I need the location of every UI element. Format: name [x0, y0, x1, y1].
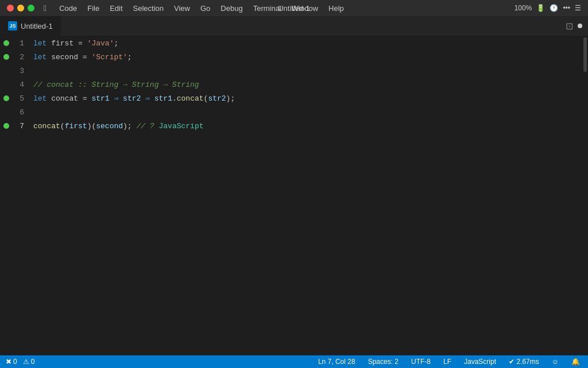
token-arrow: ⇒: [141, 94, 154, 103]
token-kw: let: [33, 53, 47, 62]
scrollbar[interactable]: [582, 36, 588, 355]
token-param: str2: [208, 94, 226, 103]
token-comment: // concat :: String → String → String: [33, 80, 199, 89]
breakpoint[interactable]: [3, 54, 9, 60]
menu-debug[interactable]: Debug: [216, 3, 247, 14]
token-param: first: [65, 122, 87, 131]
tab-actions: ⊡: [566, 21, 588, 32]
indentation[interactable]: Spaces: 2: [366, 358, 401, 366]
menu-help[interactable]: Help: [324, 3, 349, 14]
scrollbar-thumb: [583, 37, 587, 72]
line-number: 4: [13, 80, 24, 89]
feedback-icon[interactable]: ☺: [550, 358, 561, 366]
token-punct: (: [60, 122, 65, 131]
editor-tab[interactable]: JS Untitled-1: [0, 16, 61, 36]
minimize-button[interactable]: [17, 5, 24, 12]
gutter-line: 5: [0, 91, 29, 105]
token-punct: );: [123, 122, 136, 131]
token-punct: );: [226, 94, 235, 103]
code-line: let second = 'Script';: [29, 50, 582, 64]
editor: 1234567 let first = 'Java';let second = …: [0, 36, 588, 355]
menu-code[interactable]: Code: [55, 3, 82, 14]
split-editor-icon[interactable]: ⊡: [566, 21, 573, 32]
tab-language-icon: JS: [8, 21, 17, 30]
token-str: 'Script': [91, 53, 127, 62]
error-badge[interactable]: ✖ 0: [6, 358, 17, 366]
token-punct: (: [204, 94, 208, 103]
traffic-lights: [7, 5, 34, 12]
tabbar: JS Untitled-1 ⊡: [0, 16, 588, 36]
cursor-position[interactable]: Ln 7, Col 28: [316, 358, 358, 366]
token-punct: ;: [114, 39, 118, 48]
token-punct: first =: [47, 39, 87, 48]
token-comment: // ?: [136, 122, 158, 131]
statusbar: ✖ 0 ⚠ 0 Ln 7, Col 28 Spaces: 2 UTF-8 LF …: [0, 355, 588, 368]
line-number: 7: [13, 122, 24, 131]
line-number: 2: [13, 53, 24, 62]
timing: ✔ 2.67ms: [506, 358, 541, 366]
menu-view[interactable]: View: [169, 3, 195, 14]
time-icon: 🕐: [550, 4, 558, 12]
gutter: 1234567: [0, 36, 29, 355]
breakpoint[interactable]: [3, 95, 9, 101]
gutter-line: 1: [0, 36, 29, 50]
token-result: JavaScript: [158, 122, 203, 131]
line-number: 6: [13, 108, 24, 117]
code-content[interactable]: let first = 'Java';let second = 'Script'…: [29, 36, 582, 355]
error-count: 0: [13, 358, 17, 366]
token-punct: )(: [87, 122, 96, 131]
encoding[interactable]: UTF-8: [409, 358, 433, 366]
token-punct: concat =: [47, 94, 91, 103]
maximize-button[interactable]: [28, 5, 34, 12]
code-line: [29, 105, 582, 119]
code-line: concat(first)(second); // ? JavaScript: [29, 119, 582, 133]
token-kw: let: [33, 39, 47, 48]
warning-badge[interactable]: ⚠ 0: [23, 358, 35, 366]
apple-menu[interactable]: : [39, 2, 51, 14]
token-param: str2: [123, 94, 141, 103]
window-title: Untitled-1: [278, 4, 310, 13]
token-param: str1: [154, 94, 172, 103]
statusbar-left: ✖ 0 ⚠ 0: [6, 358, 34, 366]
token-kw: let: [33, 94, 47, 103]
titlebar:  Code File Edit Selection View Go Debug…: [0, 0, 588, 16]
menu-selection[interactable]: Selection: [129, 3, 168, 14]
breakpoint[interactable]: [3, 40, 9, 46]
more-icon[interactable]: •••: [563, 4, 570, 12]
menu-file[interactable]: File: [83, 3, 104, 14]
error-icon: ✖: [6, 358, 11, 366]
gutter-line: 7: [0, 119, 29, 133]
token-punct: .: [172, 94, 177, 103]
breakpoint[interactable]: [3, 123, 9, 129]
code-line: // concat :: String → String → String: [29, 78, 582, 91]
battery-icon: 🔋: [536, 4, 545, 12]
line-number: 5: [13, 94, 24, 103]
eol[interactable]: LF: [441, 358, 454, 366]
token-param: second: [96, 122, 123, 131]
token-str: 'Java': [87, 39, 114, 48]
code-line: [29, 64, 582, 78]
line-number: 1: [13, 39, 24, 48]
language-mode[interactable]: JavaScript: [462, 358, 498, 366]
notifications-icon[interactable]: 🔔: [569, 358, 582, 366]
token-param: str1: [91, 94, 109, 103]
gutter-line: 2: [0, 50, 29, 64]
token-punct: ;: [127, 53, 132, 62]
menu-go[interactable]: Go: [196, 3, 215, 14]
token-punct: second =: [47, 53, 91, 62]
gutter-line: 3: [0, 64, 29, 78]
warning-count: 0: [31, 358, 35, 366]
token-arrow: ⇒: [110, 94, 123, 103]
close-button[interactable]: [7, 5, 14, 12]
warning-icon: ⚠: [23, 358, 29, 366]
layout-icon[interactable]: ☰: [575, 4, 581, 12]
statusbar-right: Ln 7, Col 28 Spaces: 2 UTF-8 LF JavaScri…: [316, 358, 582, 366]
token-fn: concat: [33, 122, 60, 131]
error-warning: ✖ 0 ⚠ 0: [6, 358, 34, 366]
code-line: let first = 'Java';: [29, 36, 582, 50]
code-lines: let first = 'Java';let second = 'Script'…: [29, 36, 582, 133]
gutter-line: 6: [0, 105, 29, 119]
unsaved-indicator: [578, 24, 582, 28]
menu-edit[interactable]: Edit: [105, 3, 127, 14]
line-number: 3: [13, 67, 24, 75]
